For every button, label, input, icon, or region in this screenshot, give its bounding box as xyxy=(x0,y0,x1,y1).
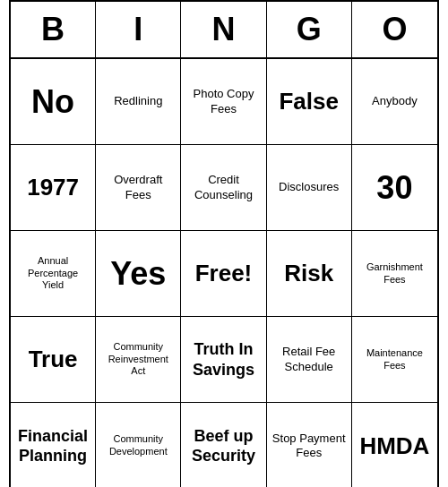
cell-text: HMDA xyxy=(359,431,429,461)
cell-text: Maintenance Fees xyxy=(358,347,432,372)
cell-text: Free! xyxy=(195,259,253,288)
header-letter: N xyxy=(181,2,266,57)
bingo-cell: Credit Counseling xyxy=(181,145,266,231)
bingo-cell: Community Reinvestment Act xyxy=(96,317,181,403)
header-letter: I xyxy=(96,2,181,57)
bingo-cell: Stop Payment Fees xyxy=(267,403,352,487)
cell-text: Overdraft Fees xyxy=(101,173,175,202)
bingo-cell: Truth In Savings xyxy=(181,317,266,403)
bingo-cell: Anybody xyxy=(352,59,437,145)
cell-text: Financial Planning xyxy=(16,426,90,466)
bingo-cell: Overdraft Fees xyxy=(96,145,181,231)
bingo-cell: Garnishment Fees xyxy=(352,231,437,317)
bingo-cell: Risk xyxy=(267,231,352,317)
cell-text: 30 xyxy=(376,167,412,208)
bingo-card: BINGO NoRedliningPhoto Copy FeesFalseAny… xyxy=(9,0,439,487)
bingo-cell: Retail Fee Schedule xyxy=(267,317,352,403)
cell-text: Credit Counseling xyxy=(186,173,260,202)
bingo-cell: True xyxy=(11,317,96,403)
cell-text: Beef up Security xyxy=(186,426,260,466)
cell-text: Yes xyxy=(110,253,166,294)
cell-text: True xyxy=(29,345,78,374)
cell-text: Retail Fee Schedule xyxy=(272,345,346,374)
header-letter: G xyxy=(267,2,352,57)
bingo-cell: Beef up Security xyxy=(181,403,266,487)
cell-text: No xyxy=(31,81,74,122)
bingo-cell: Redlining xyxy=(96,59,181,145)
bingo-cell: Financial Planning xyxy=(11,403,96,487)
header-letter: B xyxy=(11,2,96,57)
bingo-cell: Photo Copy Fees xyxy=(181,59,266,145)
cell-text: Community Development xyxy=(101,433,175,458)
bingo-cell: 30 xyxy=(352,145,437,231)
bingo-cell: False xyxy=(267,59,352,145)
cell-text: Annual Percentage Yield xyxy=(16,255,90,292)
bingo-cell: Yes xyxy=(96,231,181,317)
cell-text: Truth In Savings xyxy=(186,339,260,380)
cell-text: Disclosures xyxy=(279,180,339,194)
bingo-cell: Free! xyxy=(181,231,266,317)
cell-text: 1977 xyxy=(27,173,79,202)
cell-text: Community Reinvestment Act xyxy=(101,341,175,378)
bingo-cell: HMDA xyxy=(352,403,437,487)
header-letter: O xyxy=(352,2,437,57)
cell-text: Stop Payment Fees xyxy=(272,431,346,461)
bingo-grid: NoRedliningPhoto Copy FeesFalseAnybody19… xyxy=(11,59,437,487)
bingo-header: BINGO xyxy=(11,2,437,59)
bingo-cell: No xyxy=(11,59,96,145)
bingo-cell: Disclosures xyxy=(267,145,352,231)
cell-text: Photo Copy Fees xyxy=(186,87,260,116)
cell-text: Redlining xyxy=(114,94,162,108)
bingo-cell: Annual Percentage Yield xyxy=(11,231,96,317)
cell-text: Risk xyxy=(284,259,333,288)
cell-text: Garnishment Fees xyxy=(358,261,432,286)
bingo-cell: Community Development xyxy=(96,403,181,487)
cell-text: Anybody xyxy=(372,94,418,108)
bingo-cell: 1977 xyxy=(11,145,96,231)
cell-text: False xyxy=(279,87,339,116)
bingo-cell: Maintenance Fees xyxy=(352,317,437,403)
